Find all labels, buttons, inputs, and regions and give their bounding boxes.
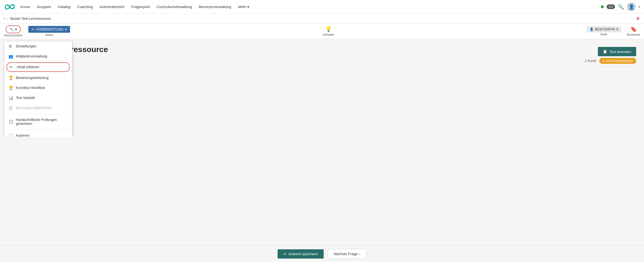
copy-icon: 📄 bbox=[8, 133, 14, 137]
search-icon[interactable]: 🔍 bbox=[618, 4, 624, 10]
test-beenden-button[interactable]: 📋 Test beenden bbox=[598, 47, 636, 56]
nav-items: Kurse Gruppen Katalog Coaching Autorenbe… bbox=[18, 3, 599, 11]
print-icon: 📋 bbox=[8, 119, 14, 124]
status-button[interactable]: ✏ VORBEREITUNG ▾ bbox=[28, 26, 70, 33]
administration-dropdown: ⚙ Einstellungen 👥 Mitgliederverwaltung ✏… bbox=[4, 41, 72, 137]
question-meta: 1 Punkt ● Nicht beantwortet bbox=[585, 58, 636, 64]
wrench-icon: 🔧 bbox=[10, 27, 14, 31]
nav-coaching[interactable]: Coaching bbox=[74, 3, 96, 11]
settings-icon: ⚙ bbox=[8, 44, 14, 49]
answer-text: e Antwort bbox=[8, 70, 636, 74]
dropdown-divider-1 bbox=[4, 114, 72, 114]
online-status-dot bbox=[601, 5, 604, 8]
administration-label: Administration bbox=[4, 34, 22, 37]
dropdown-mitgliederverwaltung[interactable]: 👥 Mitgliederverwaltung bbox=[4, 51, 72, 61]
nav-autorenbereich[interactable]: Autorenbereich bbox=[97, 3, 128, 11]
members-icon: 👥 bbox=[8, 54, 14, 59]
nav-curriculumverwaltung[interactable]: Curriculumverwaltung bbox=[154, 3, 195, 11]
points-label: 1 Punkt bbox=[585, 59, 596, 63]
toolbar: 🔧 ▾ Administration ⚙ Einstellungen 👥 Mit… bbox=[0, 24, 644, 39]
administration-button[interactable]: 🔧 ▾ bbox=[6, 26, 21, 33]
nav-mehr[interactable]: Mehr ▾ bbox=[235, 3, 252, 11]
trophy-icon: 🏆 bbox=[8, 76, 14, 80]
breadcrumb-separator: / bbox=[7, 17, 8, 21]
breadcrumb-back-button[interactable]: ‹ bbox=[4, 16, 5, 21]
nav-katalog[interactable]: Katalog bbox=[55, 3, 74, 11]
nav-kurse[interactable]: Kurse bbox=[18, 3, 33, 11]
bookmark-label: Bookmark bbox=[627, 33, 640, 37]
avatar[interactable]: 👤 bbox=[627, 3, 636, 11]
status-label: Status bbox=[45, 33, 54, 37]
app-logo[interactable] bbox=[4, 3, 16, 11]
not-answered-badge: ● Nicht beantwortet bbox=[599, 58, 636, 64]
breadcrumb-resource-name: Muster Test-Lernressource bbox=[10, 17, 51, 21]
user-icon: 👤 bbox=[590, 27, 594, 31]
dropdown-test-statistik[interactable]: 📊 Test Statistik bbox=[4, 93, 72, 103]
dropdown-inhalt-editieren[interactable]: ✏ Inhalt editieren bbox=[6, 62, 70, 72]
pencil-icon: ✏ bbox=[32, 27, 35, 31]
rolle-label: Rolle bbox=[600, 33, 607, 36]
bookmark-icon[interactable]: 🔖 bbox=[630, 26, 637, 33]
close-button[interactable]: ✕ bbox=[636, 16, 640, 22]
status-section: ✏ VORBEREITUNG ▾ Status bbox=[28, 26, 70, 37]
lightbulb-icon[interactable]: 💡 bbox=[325, 26, 332, 33]
bookmark-section: 🔖 Bookmark bbox=[627, 26, 640, 37]
session-badge: 0/3 bbox=[607, 5, 615, 9]
avatar-dropdown-caret[interactable]: ▾ bbox=[639, 5, 640, 9]
dropdown-kopieren[interactable]: 📄 Kopieren bbox=[4, 131, 72, 137]
circle-icon: ● bbox=[603, 59, 605, 63]
top-navigation: Kurse Gruppen Katalog Coaching Autorenbe… bbox=[0, 0, 644, 14]
nav-fragenpool[interactable]: Fragenpool bbox=[128, 3, 153, 11]
dropdown-divider-2 bbox=[4, 129, 72, 130]
breadcrumb: ‹ / Muster Test-Lernressource ✕ bbox=[0, 14, 644, 24]
infoseite-section: 💡 Infoseite bbox=[323, 26, 334, 37]
file-icon: 📋 bbox=[603, 49, 608, 54]
infoseite-label: Infoseite bbox=[323, 33, 334, 37]
dropdown-buchungsmoeglichkeiten: 🛒 Buchungsmöglichkeiten bbox=[4, 103, 72, 113]
question-row: Single Choice 1 Punkt ● Nicht beantworte… bbox=[8, 58, 636, 67]
trophy2-icon: 🏆 bbox=[8, 86, 14, 90]
nav-right: 0/3 🔍 👤 ▾ bbox=[601, 3, 640, 11]
nav-benutzerverwaltung[interactable]: Benutzerverwaltung bbox=[196, 3, 234, 11]
chart-icon: 📊 bbox=[8, 96, 14, 100]
rolle-button[interactable]: 👤 BESITZER*IN ▾ bbox=[587, 26, 621, 32]
dropdown-handschriftliche-pruefungen[interactable]: 📋 Handschriftliche Prüfungen generieren bbox=[4, 115, 72, 128]
question-type: Single Choice bbox=[8, 58, 585, 64]
nav-gruppen[interactable]: Gruppen bbox=[34, 3, 54, 11]
dropdown-einstellungen[interactable]: ⚙ Einstellungen bbox=[4, 41, 72, 51]
rolle-section: 👤 BESITZER*IN ▾ Rolle bbox=[587, 26, 621, 36]
edit-icon: ✏ bbox=[10, 65, 14, 69]
cart-icon: 🛒 bbox=[8, 106, 14, 110]
dropdown-korrektur-workflow[interactable]: 🏆 Korrektur-Workflow bbox=[4, 83, 72, 93]
main-content: Muster Test-Lernressource 📋 Test beenden… bbox=[0, 39, 644, 137]
dropdown-bewertungswerkzeug[interactable]: 🏆 Bewertungswerkzeug bbox=[4, 73, 72, 83]
administration-menu: 🔧 ▾ Administration ⚙ Einstellungen 👥 Mit… bbox=[4, 26, 22, 37]
